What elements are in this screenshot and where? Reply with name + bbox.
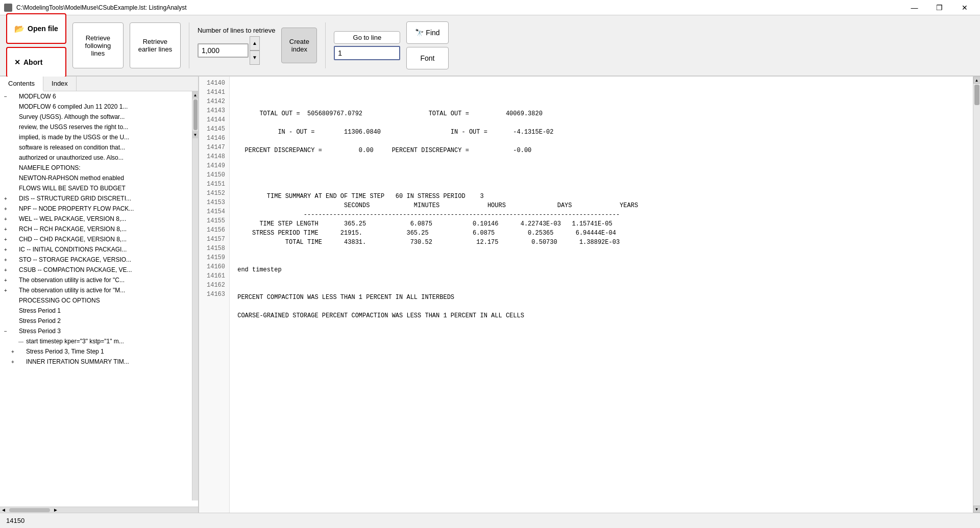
- goto-line-button[interactable]: Go to line: [334, 31, 400, 44]
- tree-v-scrollbar[interactable]: ▲ ▼: [192, 91, 198, 500]
- tree-item[interactable]: +The observation utility is active for "…: [0, 285, 192, 295]
- tree-expand-icon[interactable]: +: [2, 266, 9, 273]
- tree-item[interactable]: NEWTON-RAPHSON method enabled: [0, 173, 192, 183]
- number-lines-input[interactable]: [198, 43, 249, 58]
- tree-item[interactable]: MODFLOW 6 compiled Jun 11 2020 1...: [0, 102, 192, 112]
- scroll-up-button[interactable]: ▲: [973, 77, 981, 84]
- tree-expand-icon[interactable]: [2, 144, 9, 151]
- tree-expand-icon[interactable]: [2, 123, 9, 131]
- tree-expand-icon[interactable]: −: [2, 93, 9, 100]
- open-file-button[interactable]: 📂 Open file: [6, 13, 66, 44]
- tree-item[interactable]: +RCH -- RCH PACKAGE, VERSION 8,...: [0, 224, 192, 234]
- tree-node-icon: [10, 307, 17, 314]
- tree-expand-icon[interactable]: +: [2, 195, 9, 202]
- tree-expand-icon[interactable]: [2, 185, 9, 192]
- h-scroll-thumb[interactable]: [9, 508, 50, 512]
- tree-expand-icon[interactable]: +: [9, 358, 16, 365]
- tree-item[interactable]: authorized or unauthorized use. Also...: [0, 153, 192, 163]
- tree-item[interactable]: software is released on condition that..…: [0, 142, 192, 153]
- tree-item[interactable]: −MODFLOW 6: [0, 91, 192, 102]
- tree-expand-icon[interactable]: −: [2, 328, 9, 335]
- tree-expand-icon[interactable]: +: [2, 215, 9, 222]
- close-button[interactable]: ✕: [953, 0, 976, 15]
- tree-expand-icon[interactable]: +: [2, 236, 9, 243]
- tree-item[interactable]: +Stress Period 3, Time Step 1: [0, 346, 192, 357]
- tree-scroll-thumb[interactable]: [193, 99, 198, 130]
- goto-line-input[interactable]: [334, 46, 400, 60]
- tree-item[interactable]: —start timestep kper="3" kstp="1" m...: [0, 336, 192, 346]
- tree-scroll-up[interactable]: ▲: [192, 91, 198, 98]
- tree-item[interactable]: −Stress Period 3: [0, 326, 192, 336]
- tree-expand-icon[interactable]: [2, 103, 9, 110]
- maximize-button[interactable]: ❐: [928, 0, 951, 15]
- tree-expand-icon[interactable]: [2, 307, 9, 314]
- tree-expand-icon[interactable]: [2, 174, 9, 182]
- line-number: 14147: [199, 143, 229, 152]
- scroll-thumb[interactable]: [974, 85, 979, 105]
- tree-item[interactable]: implied, is made by the USGS or the U...: [0, 132, 192, 142]
- minimize-button[interactable]: —: [903, 0, 926, 15]
- retrieve-earlier-button[interactable]: Retrieve earlier lines: [130, 22, 181, 68]
- tree-expand-icon[interactable]: [9, 338, 16, 345]
- tree-item[interactable]: +CHD -- CHD PACKAGE, VERSION 8,...: [0, 234, 192, 244]
- scroll-down-button[interactable]: ▼: [973, 506, 981, 513]
- tree-item[interactable]: +DIS -- STRUCTURED GRID DISCRETI...: [0, 193, 192, 204]
- tree-expand-icon[interactable]: [2, 154, 9, 161]
- tree-node-icon: [10, 236, 17, 243]
- tree-item[interactable]: +WEL -- WEL PACKAGE, VERSION 8,...: [0, 214, 192, 224]
- line-number: 14153: [199, 198, 229, 207]
- tree-expand-icon[interactable]: [2, 134, 9, 141]
- tree-node-icon: [10, 246, 17, 253]
- tree-expand-icon[interactable]: +: [9, 348, 16, 355]
- tree-expand-icon[interactable]: [2, 113, 9, 120]
- abort-label: Abort: [23, 58, 42, 66]
- tree-h-scrollbar[interactable]: ◄ ►: [0, 507, 198, 513]
- tab-contents[interactable]: Contents: [0, 77, 43, 91]
- create-index-button[interactable]: Create index: [281, 28, 317, 63]
- tab-contents-label: Contents: [8, 80, 35, 87]
- goto-font-group: Go to line: [334, 31, 400, 60]
- spin-down-button[interactable]: ▼: [250, 51, 260, 65]
- tree-scroll-track: [192, 99, 198, 130]
- find-button[interactable]: 🔭 Find: [406, 21, 448, 44]
- tree-item[interactable]: PROCESSING OC OPTIONS: [0, 295, 192, 306]
- tree-item[interactable]: Stress Period 2: [0, 316, 192, 326]
- tree-item-label: STO -- STORAGE PACKAGE, VERSIO...: [19, 255, 131, 264]
- tree-item[interactable]: +The observation utility is active for "…: [0, 275, 192, 285]
- h-scroll-left[interactable]: ◄: [0, 507, 7, 513]
- tree-expand-icon[interactable]: [2, 317, 9, 324]
- tree-item[interactable]: +NPF -- NODE PROPERTY FLOW PACK...: [0, 204, 192, 214]
- tree-item[interactable]: NAMEFILE OPTIONS:: [0, 163, 192, 173]
- tree-node-icon: [10, 256, 17, 263]
- v-scrollbar[interactable]: ▲ ▼: [973, 77, 980, 513]
- tree-expand-icon[interactable]: +: [2, 256, 9, 263]
- line-number: 14151: [199, 180, 229, 189]
- tree-item[interactable]: +STO -- STORAGE PACKAGE, VERSIO...: [0, 255, 192, 265]
- font-button[interactable]: Font: [406, 47, 448, 69]
- tree-expand-icon[interactable]: +: [2, 205, 9, 212]
- tree-item[interactable]: Stress Period 1: [0, 306, 192, 316]
- line-number: 14163: [199, 290, 229, 299]
- tree-area: −MODFLOW 6MODFLOW 6 compiled Jun 11 2020…: [0, 91, 198, 507]
- tree-expand-icon[interactable]: [2, 164, 9, 171]
- tree-scroll-down[interactable]: ▼: [192, 131, 198, 138]
- tree-item[interactable]: review, the USGS reserves the right to..…: [0, 122, 192, 132]
- tab-index[interactable]: Index: [43, 77, 77, 91]
- tree-item[interactable]: +INNER ITERATION SUMMARY TIM...: [0, 357, 192, 367]
- retrieve-following-button[interactable]: Retrieve following lines: [72, 22, 124, 68]
- tree-expand-icon[interactable]: +: [2, 246, 9, 253]
- tree-expand-icon[interactable]: +: [2, 276, 9, 284]
- tree-expand-icon[interactable]: +: [2, 287, 9, 294]
- tree-item[interactable]: +CSUB -- COMPACTION PACKAGE, VE...: [0, 265, 192, 275]
- tree-item-label: Stress Period 3: [19, 326, 61, 336]
- tree-node-icon: [10, 287, 17, 294]
- tree-expand-icon[interactable]: +: [2, 225, 9, 233]
- tree-item[interactable]: +IC -- INITIAL CONDITIONS PACKAGI...: [0, 244, 192, 255]
- tree-item[interactable]: Survey (USGS). Although the softwar...: [0, 112, 192, 122]
- tree-item-label: authorized or unauthorized use. Also...: [19, 153, 124, 162]
- tree-item[interactable]: FLOWS WILL BE SAVED TO BUDGET: [0, 183, 192, 193]
- h-scroll-right[interactable]: ►: [52, 507, 59, 513]
- spin-up-button[interactable]: ▲: [250, 36, 260, 51]
- tree-expand-icon[interactable]: [2, 297, 9, 304]
- abort-button[interactable]: ✕ Abort: [6, 47, 66, 78]
